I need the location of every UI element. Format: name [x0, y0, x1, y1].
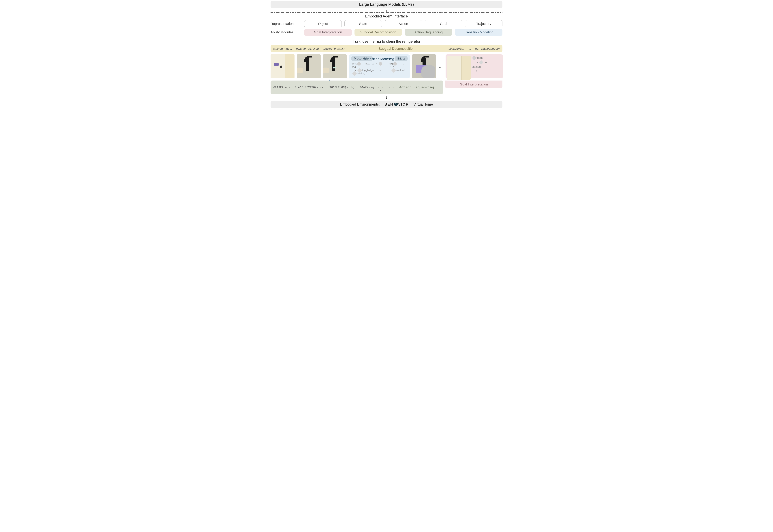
- precondition-graph: sink → next_to → rag ↘ toggled_on ↘ hold…: [352, 62, 384, 75]
- dots-vert: ⋮: [389, 66, 392, 69]
- pred-holding: holding: [357, 72, 365, 75]
- ellipsis-1: …: [438, 64, 443, 69]
- abilities-label: Ability Modules: [271, 30, 301, 34]
- goal-dots: …: [488, 56, 491, 59]
- ability-transition-modeling: Transition Modeling: [455, 29, 502, 36]
- effect-badge: Effect: [395, 56, 408, 61]
- abilities-row: Ability Modules Goal Interpretation Subg…: [271, 29, 502, 36]
- subgoal-dots: …: [468, 47, 471, 50]
- goal-dots-2: …: [472, 70, 475, 73]
- dotted-guide: [329, 79, 391, 81]
- rep-trajectory: Trajectory: [465, 20, 502, 27]
- thumb-fridge-clean: [447, 56, 471, 80]
- rep-action: Action: [385, 20, 422, 27]
- subgoal-left-0: stained(fridge): [273, 47, 292, 50]
- ability-goal-interpretation: Goal Interpretation: [304, 29, 352, 36]
- edge-nextto: next_to: [365, 62, 374, 65]
- task-title: Task: use the rag to clean the refrigera…: [271, 39, 502, 44]
- ability-action-sequencing: Action Sequencing: [405, 29, 452, 36]
- action-grasp: GRASP(rag): [273, 86, 290, 89]
- representations-row: Representations Object State Action Goal…: [271, 20, 502, 27]
- transition-panel: Precondition ―――► Effect Transition Mode…: [349, 54, 410, 78]
- action-place: PLACE_NEXTTO(sink): [295, 86, 325, 89]
- rep-object: Object: [304, 20, 342, 27]
- ability-subgoal-decomposition: Subgoal Decomposition: [354, 29, 402, 36]
- virtualhome-label: VirtualHome: [413, 102, 433, 106]
- goal-node-fridge: fridge: [476, 56, 483, 59]
- subgoal-label: Subgoal Decomposition: [349, 47, 444, 51]
- eye-icon: [394, 103, 398, 106]
- arrow-down-icon: ↓: [271, 9, 502, 12]
- thumb-hand-rag: [412, 54, 436, 78]
- interface-title: Embodied Agent Interface: [271, 14, 502, 18]
- node-sink: sink: [352, 62, 357, 65]
- top-llm-banner: Large Language Models (LLMs): [271, 1, 502, 8]
- node-rag-effect: rag: [389, 62, 393, 65]
- action-dots: …: [439, 86, 440, 89]
- subgoal-left-1: next_to(rag, sink): [296, 47, 319, 50]
- subgoal-bar: stained(fridge) next_to(rag, sink) toggl…: [271, 45, 502, 52]
- goal-interpretation-caption: Goal Interpretation: [445, 81, 502, 88]
- action-toggle: TOGGLE_ON(sink): [329, 86, 355, 89]
- environments-prefix: Embodied Environments:: [340, 102, 380, 106]
- rep-state: State: [344, 20, 382, 27]
- pred-soaked: soaked: [396, 69, 405, 72]
- goal-panel: fridge → … ↘ not_ stained … ↗: [446, 54, 503, 78]
- action-bar: GRASP(rag) PLACE_NEXTTO(sink) TOGGLE_ON(…: [271, 81, 443, 94]
- action-soak: SOAK(rag): [360, 86, 376, 89]
- thumb-fridge-stained: [271, 54, 295, 78]
- representations-label: Representations: [271, 22, 301, 26]
- behavior-logo: BEHVIOR: [384, 102, 409, 106]
- bottom-environments-banner: Embodied Environments: BEHVIOR VirtualHo…: [271, 101, 502, 108]
- arrow-down-icon-2: ↓: [271, 96, 502, 99]
- action-seq-label: Action Sequencing: [399, 85, 434, 89]
- middle-visual-row: ●●● Precondition ―――► Effect Transition …: [271, 54, 502, 78]
- thumb-rag-sink: [297, 54, 321, 78]
- rep-goal: Goal: [425, 20, 462, 27]
- node-rag: rag: [352, 66, 356, 68]
- pred-toggled-on: toggled_on: [362, 69, 375, 72]
- thumb-sink-toggled: ●●●: [323, 54, 347, 78]
- subgoal-right-0: soaked(rag): [448, 47, 464, 50]
- subgoal-left-2: toggled_on(sink): [323, 47, 344, 50]
- subgoal-right-2: not_stained(fridge): [475, 47, 500, 50]
- effect-graph: rag → … ⋮ ↗ soaked: [389, 62, 407, 75]
